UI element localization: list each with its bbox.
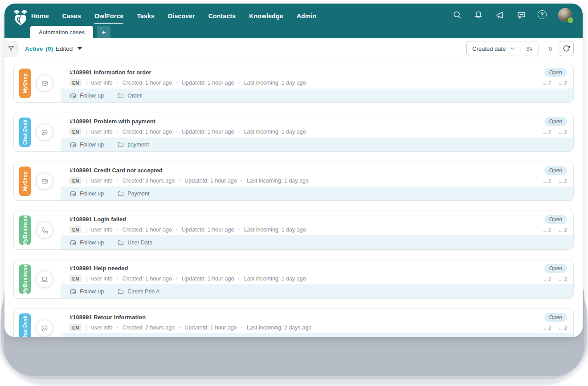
brand-tag[interactable]: MyShop [19,167,31,196]
case-title[interactable]: #108991 Problem with payment [69,118,567,125]
followup-tag[interactable]: Follow-up [69,92,104,99]
case-main: #108991 Help needed EN | user info · Cre… [61,260,573,298]
nav-row: Home Cases OwlForce Tasks Discover Conta… [4,4,583,26]
nav-item[interactable]: Admin [297,6,317,24]
case-summary: #108991 Credit Card not accepted EN | us… [61,162,573,187]
case-card[interactable]: MyShop #108991 Information for order EN … [13,64,574,103]
nav-item[interactable]: Knowledge [249,6,283,24]
owl-logo-icon[interactable] [10,7,31,27]
followup-tag[interactable]: Follow-up [69,141,104,148]
case-card[interactable]: MyShop #108991 Credit Card not accepted … [13,162,574,201]
nav-item[interactable]: Home [31,6,49,24]
brand-tag[interactable]: MyBusiness [19,264,31,294]
case-left-section: MyBusiness [14,260,61,298]
search-icon[interactable] [452,10,462,20]
case-title[interactable]: #108991 Credit Card not accepted [69,167,567,174]
separator-dot: · [176,276,178,282]
case-card[interactable]: MyBusiness #108991 Help needed EN | [13,260,574,299]
channel-icon-circle [36,173,53,190]
nav-item[interactable]: Discover [168,6,195,24]
message-counts: →2 ←2 [542,325,567,331]
nav-item[interactable]: Contacts [208,6,236,24]
filter-status-selector[interactable]: Active (0) Edited [25,45,82,52]
result-count: 0 [549,45,552,52]
arrow-right-icon: → [542,227,547,233]
add-tab-button[interactable]: + [97,26,110,38]
status-badge[interactable]: Open [544,215,567,224]
case-title[interactable]: #108991 Information for order [69,69,567,76]
status-badge[interactable]: Open [544,68,567,77]
case-meta: EN | user info · Created: 3 hours ago · … [69,177,567,184]
nav-item[interactable]: OwlForce [94,6,123,24]
case-card[interactable]: MyBusiness #108991 Login failed EN | [13,211,574,250]
filter-button[interactable] [4,41,18,57]
status-badge[interactable]: Open [544,264,567,273]
category-label: User Data [127,240,152,246]
refresh-button[interactable] [559,41,574,56]
user-avatar[interactable] [558,8,572,22]
sort-descending-icon[interactable] [526,45,533,53]
folder-icon [117,288,124,295]
case-meta: EN | user info · Created: 1 hour ago · U… [69,79,567,86]
outgoing-count: →2 [542,276,551,282]
brand-tag[interactable]: MyShop [19,69,31,98]
category-tag[interactable]: Payment [117,190,149,197]
status-badge[interactable]: Open [544,117,567,126]
arrow-right-icon: → [542,129,547,135]
created-time: Created: 1 hour ago [122,129,172,135]
category-tag[interactable]: payment [117,141,149,148]
folder-icon [117,190,124,197]
arrow-left-icon: ← [558,178,563,184]
status-badge[interactable]: Open [544,166,567,175]
case-card[interactable]: Chat Desk #108991 Problem with payment E… [13,113,574,152]
announcement-megaphone-icon[interactable] [495,10,505,20]
contact-name: user info [91,325,113,331]
status-badge[interactable]: Open [544,313,567,322]
help-icon[interactable]: ? [538,10,547,19]
followup-label: Follow-up [80,93,104,99]
notifications-bell-icon[interactable] [474,10,483,20]
tab-automation-cases[interactable]: Automation cases [30,26,93,38]
language-badge: EN [69,275,82,282]
nav-item[interactable]: Cases [62,6,81,24]
brand-tag[interactable]: MyBusiness [19,215,31,245]
separator-dot: · [116,178,118,184]
arrow-right-icon: → [542,325,547,331]
case-meta: EN | user info · Created: 1 hour ago · U… [69,275,567,282]
arrow-right-icon: → [542,178,547,184]
separator-dot: · [116,325,118,331]
folder-icon [117,92,124,99]
contact-name: user info [91,80,113,86]
case-title[interactable]: #108991 Login failed [69,216,567,223]
category-tag[interactable]: Cases Prio A [117,288,159,295]
case-title[interactable]: #108991 Retour information [69,314,567,321]
brand-tag[interactable]: Chat Desk [19,313,31,337]
followup-tag[interactable]: Follow-up [69,288,104,295]
separator-dot: · [176,129,178,135]
incoming-count: ←2 [558,325,567,331]
created-time: Created: 1 hour ago [122,80,172,86]
calendar-clock-icon [69,190,77,197]
filter-active-label: Active [25,45,43,52]
followup-label: Follow-up [80,191,104,197]
case-footer: Follow-up User Data [61,236,573,249]
nav-item[interactable]: Tasks [137,6,155,24]
separator-dot: · [176,80,178,86]
brand-tag[interactable]: Chat Desk [19,118,31,147]
sort-field-select[interactable]: Created date | [466,41,539,56]
category-label: Payment [127,191,149,197]
arrow-left-icon: ← [558,80,563,86]
followup-tag[interactable]: Follow-up [69,190,104,197]
channel-icon-circle [36,271,53,288]
created-time: Created: 3 hours ago [122,178,175,184]
separator-dot: · [116,80,118,86]
case-title[interactable]: #108991 Help needed [69,265,567,272]
updated-time: Updatetd: 1 hour ago [182,276,234,282]
followup-tag[interactable]: Follow-up [69,239,104,246]
category-tag[interactable]: Order [117,92,142,99]
contact-name: user info [91,178,113,184]
arrow-left-icon: ← [558,325,563,331]
messages-chat-icon[interactable] [516,10,526,20]
case-card[interactable]: Chat Desk #108991 Retour information EN … [13,309,574,337]
category-tag[interactable]: User Data [117,239,152,246]
